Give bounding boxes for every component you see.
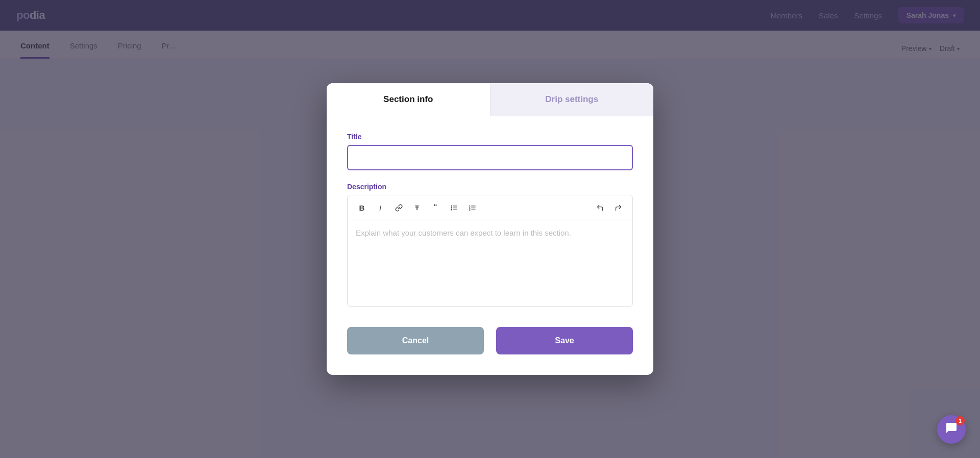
section-info-modal: Section info Drip settings Title Descrip… xyxy=(327,83,653,375)
svg-rect-11 xyxy=(471,209,476,210)
svg-rect-7 xyxy=(471,206,476,206)
cancel-button[interactable]: Cancel xyxy=(347,327,484,354)
modal-tabs: Section info Drip settings xyxy=(327,83,653,116)
ordered-list-button[interactable]: 1.2.3. xyxy=(464,199,480,216)
unordered-list-button[interactable] xyxy=(446,199,462,216)
link-button[interactable] xyxy=(390,199,407,216)
modal-footer: Cancel Save xyxy=(327,327,653,375)
svg-point-0 xyxy=(451,205,452,207)
modal-body: Title Description B I T “ 1.2.3. xyxy=(327,116,653,327)
italic-button[interactable]: I xyxy=(372,199,388,216)
title-input[interactable] xyxy=(347,145,633,170)
chat-bubble-button[interactable]: 1 xyxy=(937,415,966,444)
svg-rect-3 xyxy=(453,207,457,208)
svg-rect-1 xyxy=(453,206,457,206)
description-label: Description xyxy=(347,183,633,191)
tab-drip-settings[interactable]: Drip settings xyxy=(490,83,654,116)
chat-badge: 1 xyxy=(955,416,965,425)
description-editor: B I T “ 1.2.3. xyxy=(347,195,633,307)
title-label: Title xyxy=(347,133,633,141)
save-button[interactable]: Save xyxy=(496,327,633,354)
undo-button[interactable] xyxy=(592,199,608,216)
strikethrough-button[interactable]: T xyxy=(409,199,425,216)
description-placeholder: Explain what your customers can expect t… xyxy=(356,228,571,237)
tab-section-info[interactable]: Section info xyxy=(327,83,490,116)
svg-rect-9 xyxy=(471,207,476,208)
bold-button[interactable]: B xyxy=(354,199,370,216)
svg-text:3.: 3. xyxy=(469,208,471,211)
chat-icon xyxy=(945,422,958,437)
redo-button[interactable] xyxy=(610,199,626,216)
quote-button[interactable]: “ xyxy=(427,199,444,216)
editor-toolbar: B I T “ 1.2.3. xyxy=(348,195,632,220)
svg-point-4 xyxy=(451,209,452,211)
description-editor-area[interactable]: Explain what your customers can expect t… xyxy=(348,220,632,306)
svg-rect-5 xyxy=(453,209,457,210)
svg-point-2 xyxy=(451,207,452,209)
